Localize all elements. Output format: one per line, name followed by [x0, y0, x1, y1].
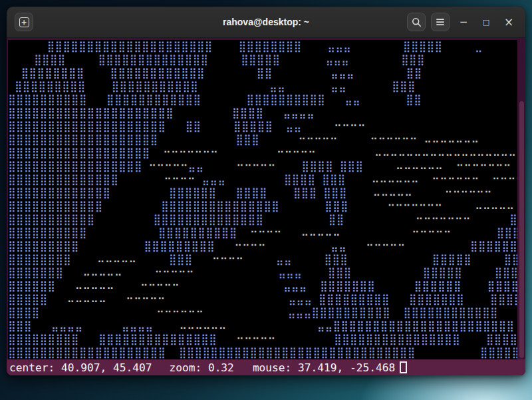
terminal-screen: ⣿⣿⣿⣿⣿⣿⣿⣿⣿⣿⣿⣿⣿⣿⣿⣿⣿⣿⣿⣿⣿ ⣿⣿⣿⣿⣿⣿⣿⣿ ⣤⣤⣤ ⣿⣿⣿⣿⣿… [7, 38, 525, 375]
maximize-button[interactable]: □ [477, 13, 495, 31]
close-button[interactable]: × [500, 13, 517, 31]
scrollbar-thumb[interactable] [519, 101, 524, 358]
titlebar-controls: − □ × [407, 13, 517, 31]
status-zoom: zoom: 0.32 [169, 361, 233, 374]
search-button[interactable] [407, 13, 426, 31]
search-icon [412, 17, 422, 27]
new-tab-button[interactable]: + [15, 13, 33, 31]
status-bar: center: 40.907, 45.407 zoom: 0.32 mouse:… [7, 359, 525, 375]
menu-button[interactable] [431, 13, 450, 31]
map-grid[interactable]: ⣿⣿⣿⣿⣿⣿⣿⣿⣿⣿⣿⣿⣿⣿⣿⣿⣿⣿⣿⣿⣿ ⣿⣿⣿⣿⣿⣿⣿⣿ ⣤⣤⣤ ⣿⣿⣿⣿⣿… [8, 40, 517, 359]
terminal-cursor [400, 361, 407, 373]
new-tab-icon: + [19, 17, 29, 27]
terminal-window: + rahova@desktop: ~ [7, 7, 525, 375]
status-mouse: mouse: 37.419, -25.468 [253, 361, 395, 374]
minimize-button[interactable]: − [455, 13, 472, 31]
hamburger-menu-icon [436, 18, 445, 26]
titlebar: + rahova@desktop: ~ [7, 7, 525, 38]
status-center: center: 40.907, 45.407 [9, 361, 152, 374]
